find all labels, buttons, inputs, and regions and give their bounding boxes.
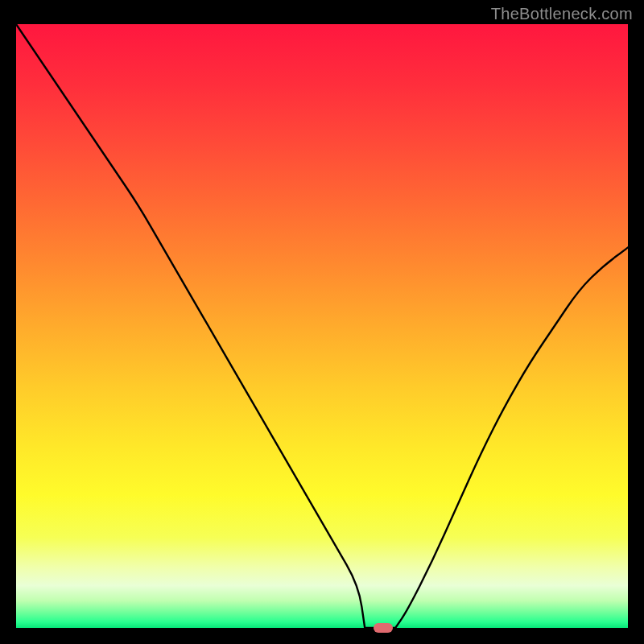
plot-area	[16, 24, 628, 628]
bottleneck-curve	[16, 24, 628, 628]
chart-frame: TheBottleneck.com	[0, 0, 644, 644]
optimum-marker	[374, 623, 393, 633]
watermark-text: TheBottleneck.com	[491, 5, 633, 23]
